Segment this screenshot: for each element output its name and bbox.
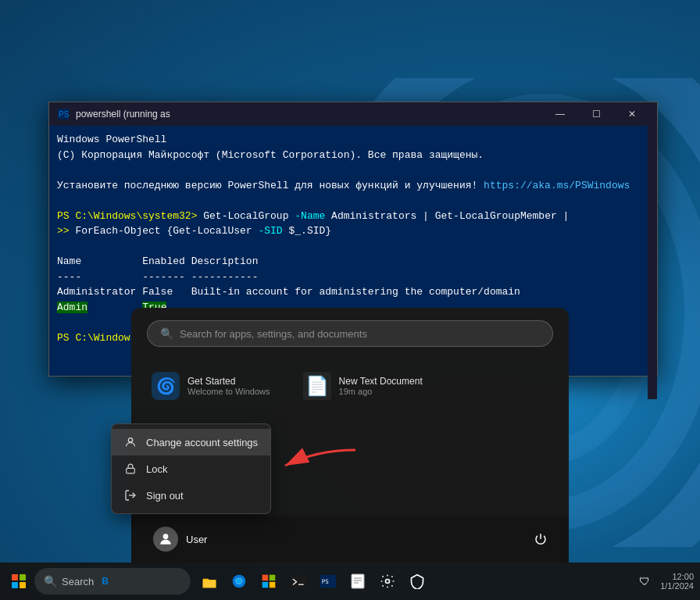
scrollbar[interactable] — [648, 126, 657, 399]
user-context-menu: Change account settings Lock Sign out — [111, 423, 271, 514]
ps-line-9: Name Enabled Description — [57, 254, 649, 270]
context-sign-out[interactable]: Sign out — [112, 482, 270, 509]
start-menu-bottom: User — [131, 516, 569, 562]
powershell-titlebar[interactable]: PS powershell (running as — ☐ ✕ — [49, 102, 657, 126]
date: 1/1/2024 — [660, 581, 694, 591]
file-explorer-icon[interactable] — [197, 569, 222, 594]
change-account-label: Change account settings — [146, 437, 258, 448]
logo-square-4 — [20, 582, 26, 588]
sign-out-label: Sign out — [146, 490, 184, 502]
change-account-icon — [124, 436, 137, 448]
window-controls: — ☐ ✕ — [543, 102, 649, 126]
ps-line-6: PS C:\Windows\system32> Get-LocalGroup -… — [57, 209, 649, 224]
bing-icon: B — [102, 576, 109, 587]
minimize-button[interactable]: — — [543, 102, 577, 126]
new-text-name: New Text Document — [339, 376, 423, 387]
start-search-placeholder: Search for apps, settings, and documents — [180, 328, 367, 340]
svg-rect-12 — [270, 575, 276, 581]
powershell-taskbar-icon[interactable]: PS — [316, 569, 341, 594]
logo-square-3 — [12, 582, 18, 588]
user-section[interactable]: User — [147, 523, 213, 555]
ps-line-10: ---- ------- ----------- — [57, 270, 649, 285]
svg-rect-11 — [262, 575, 269, 581]
close-button[interactable]: ✕ — [615, 102, 649, 126]
sign-out-icon — [124, 489, 137, 502]
get-started-subtitle: Welcome to Windows — [188, 387, 270, 396]
user-avatar — [153, 527, 178, 552]
search-icon: 🔍 — [160, 327, 173, 340]
ps-line-4: Установите последнюю версию PowerShell д… — [57, 178, 649, 194]
context-lock[interactable]: Lock — [112, 455, 270, 482]
ps-line-7: >> ForEach-Object {Get-LocalUser -SID $_… — [57, 223, 649, 239]
start-menu-top: 🔍 Search for apps, settings, and documen… — [131, 308, 569, 359]
windows-logo — [12, 574, 26, 588]
svg-text:PS: PS — [59, 110, 69, 119]
ps-line-8 — [57, 239, 649, 255]
svg-rect-7 — [127, 468, 135, 473]
svg-rect-14 — [270, 582, 276, 588]
recent-item-new-text[interactable]: 📄 New Text Document 19m ago — [298, 367, 427, 405]
svg-rect-13 — [262, 582, 269, 588]
arrow-indicator — [270, 442, 363, 484]
start-button[interactable] — [6, 569, 31, 594]
start-search-box[interactable]: 🔍 Search for apps, settings, and documen… — [147, 320, 553, 347]
settings-taskbar-icon[interactable] — [375, 569, 400, 594]
lock-icon — [124, 462, 137, 475]
new-text-time: 19m ago — [339, 387, 423, 396]
logo-square-1 — [12, 574, 18, 580]
tray-security[interactable]: 🛡 — [632, 569, 657, 594]
svg-rect-15 — [291, 575, 306, 588]
user-name: User — [186, 534, 207, 545]
time: 12:00 — [660, 572, 694, 581]
taskbar-search-text: Search — [62, 576, 94, 588]
clock[interactable]: 12:00 1/1/2024 — [660, 572, 694, 591]
recent-item-get-started[interactable]: 🌀 Get Started Welcome to Windows — [147, 367, 275, 405]
svg-point-6 — [128, 438, 132, 442]
get-started-info: Get Started Welcome to Windows — [188, 376, 270, 396]
taskbar-icons: PS — [197, 569, 430, 594]
svg-text:PS: PS — [322, 578, 330, 585]
maximize-button[interactable]: ☐ — [579, 102, 613, 126]
edge-icon[interactable] — [227, 569, 252, 594]
taskbar-search-icon: 🔍 — [44, 575, 57, 588]
context-change-account[interactable]: Change account settings — [112, 429, 270, 455]
logo-square-2 — [20, 574, 26, 580]
get-started-name: Get Started — [188, 376, 270, 387]
ps-line-3 — [57, 162, 649, 178]
power-button[interactable] — [528, 527, 553, 552]
ps-line-2: (С) Корпорация Майкрософт (Microsoft Cor… — [57, 148, 649, 163]
ps-line-1: Windows PowerShell — [57, 132, 649, 148]
svg-rect-19 — [352, 574, 364, 588]
lock-label: Lock — [146, 463, 167, 475]
taskbar-search[interactable]: 🔍 Search B — [34, 568, 191, 595]
terminal-taskbar-icon[interactable] — [286, 569, 311, 594]
svg-point-23 — [386, 580, 390, 584]
security-taskbar-icon[interactable] — [405, 569, 430, 594]
ps-line-11: Administrator False Built-in account for… — [57, 284, 649, 300]
store-icon[interactable] — [256, 569, 281, 594]
new-text-info: New Text Document 19m ago — [339, 376, 423, 396]
taskbar: 🔍 Search B PS — [0, 562, 700, 600]
ps-line-5 — [57, 193, 649, 209]
new-text-icon: 📄 — [303, 372, 331, 400]
powershell-title: powershell (running as — [76, 109, 537, 120]
system-tray: 🛡 12:00 1/1/2024 — [632, 569, 694, 594]
get-started-icon: 🌀 — [152, 372, 180, 400]
notepad-taskbar-icon[interactable] — [345, 569, 370, 594]
powershell-icon: PS — [57, 108, 70, 120]
svg-point-5 — [163, 534, 169, 539]
